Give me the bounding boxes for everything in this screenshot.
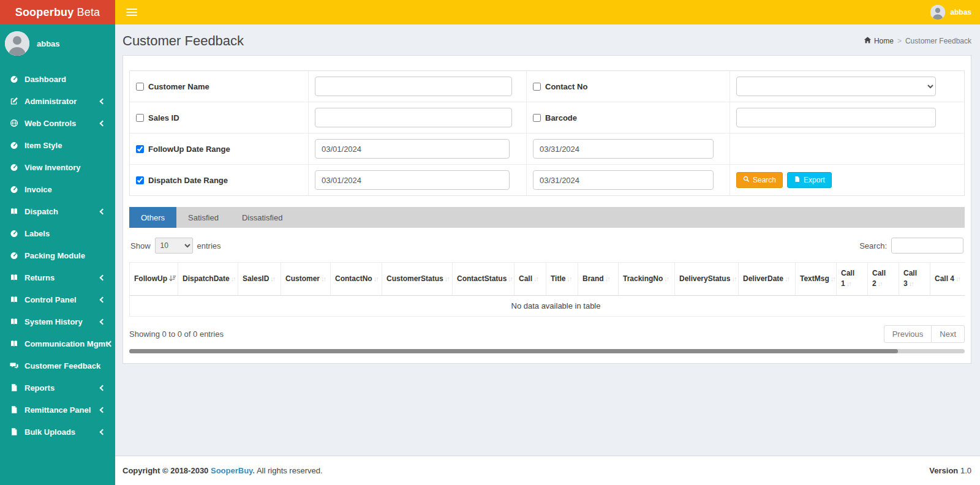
export-button[interactable]: Export — [787, 172, 832, 188]
customer-name-checkbox[interactable] — [136, 83, 144, 91]
horizontal-scrollbar[interactable] — [129, 349, 965, 353]
sidebar-item-control-panel[interactable]: Control Panel — [0, 288, 115, 310]
column-header-deliverystatus[interactable]: DeliveryStatus↓↑ — [675, 263, 739, 296]
book-icon — [9, 295, 19, 304]
column-header-call-3[interactable]: Call 3↓↑ — [899, 263, 930, 296]
sidebar-item-administrator[interactable]: Administrator — [0, 90, 115, 112]
sidebar-item-dispatch[interactable]: Dispatch — [0, 200, 115, 222]
column-header-customer[interactable]: Customer↓↑ — [281, 263, 331, 296]
app-logo[interactable]: Sooperbuy Beta — [0, 0, 115, 24]
sidebar-item-web-controls[interactable]: Web Controls — [0, 112, 115, 134]
brand-name: Sooperbuy — [15, 6, 74, 19]
sidebar-item-system-history[interactable]: System History — [0, 310, 115, 333]
scrollbar-thumb[interactable] — [129, 349, 898, 353]
entries-label: entries — [197, 241, 221, 250]
sales-id-checkbox[interactable] — [136, 114, 144, 122]
followup-date-from-input[interactable] — [315, 139, 510, 159]
column-header-dispatchdate[interactable]: DispatchDate↓↑ — [178, 263, 238, 296]
tachometer-icon — [9, 184, 19, 194]
contact-no-label: Contact No — [545, 82, 587, 91]
column-header-call-1[interactable]: Call 1↓↑ — [837, 263, 868, 296]
column-header-call[interactable]: Call↓↑ — [514, 263, 546, 296]
tachometer-icon — [9, 162, 19, 172]
sidebar-item-label: Communication Mgmt — [24, 339, 108, 348]
column-header-brand[interactable]: Brand↓↑ — [578, 263, 619, 296]
sidebar-item-label: Web Controls — [24, 119, 100, 128]
table-search-input[interactable] — [891, 238, 963, 254]
followup-date-range-checkbox[interactable] — [136, 145, 144, 153]
show-label: Show — [130, 241, 151, 250]
barcode-input[interactable] — [736, 108, 936, 127]
barcode-checkbox[interactable] — [533, 114, 541, 122]
sidebar-item-packing-module[interactable]: Packing Module — [0, 244, 115, 266]
sidebar-item-label: Administrator — [24, 97, 100, 106]
tab-satisfied[interactable]: Satisfied — [176, 207, 230, 228]
column-header-trackingno[interactable]: TrackingNo↓↑ — [619, 263, 675, 296]
column-header-salesid[interactable]: SalesID↓↑ — [238, 263, 281, 296]
dispatch-date-range-checkbox[interactable] — [136, 176, 144, 184]
sidebar-item-customer-feedback[interactable]: Customer Feedback — [0, 355, 115, 377]
comments-icon — [9, 361, 19, 370]
file-icon — [9, 405, 19, 415]
sidebar-item-view-inventory[interactable]: View Inventory — [0, 156, 115, 178]
feedback-table: FollowUpDispatchDate↓↑SalesID↓↑Customer↓… — [129, 262, 965, 317]
sidebar-item-remittance-panel[interactable]: Remittance Panel — [0, 399, 115, 421]
sidebar-item-label: Remittance Panel — [24, 405, 100, 415]
column-header-customerstatus[interactable]: CustomerStatus↓↑ — [382, 263, 453, 296]
navbar-user-menu[interactable]: abbas — [930, 5, 971, 20]
sidebar-item-label: Customer Feedback — [24, 361, 107, 370]
customer-name-input[interactable] — [315, 77, 512, 96]
contact-no-checkbox[interactable] — [533, 83, 541, 91]
sidebar-item-labels[interactable]: Labels — [0, 222, 115, 244]
sidebar-item-label: System History — [24, 317, 100, 326]
sidebar-item-label: Returns — [24, 273, 100, 282]
sidebar-item-item-style[interactable]: Item Style — [0, 134, 115, 156]
filter-panel: Customer Name Contact No Sales ID — [129, 70, 965, 196]
footer-brand-link[interactable]: SooperBuy. — [211, 466, 255, 475]
sidebar-item-communication-mgmt[interactable]: Communication Mgmt — [0, 333, 115, 355]
column-header-contactstatus[interactable]: ContactStatus↓↑ — [453, 263, 514, 296]
chevron-left-icon — [100, 407, 106, 413]
page-size-select[interactable]: 10 — [155, 238, 193, 254]
book-icon — [9, 206, 19, 216]
top-navbar: abbas — [115, 0, 980, 24]
sort-desc-icon — [168, 275, 176, 282]
home-icon — [864, 36, 872, 46]
table-empty-row: No data available in table — [130, 295, 965, 316]
dispatch-date-from-input[interactable] — [315, 170, 510, 190]
chevron-left-icon — [100, 429, 106, 435]
sidebar-item-invoice[interactable]: Invoice — [0, 178, 115, 200]
sort-icon: ↓↑ — [878, 280, 882, 287]
sidebar-item-reports[interactable]: Reports — [0, 377, 115, 399]
breadcrumb-home[interactable]: Home — [864, 36, 894, 46]
tachometer-icon — [9, 74, 19, 84]
sidebar-item-bulk-uploads[interactable]: Bulk Uploads — [0, 421, 115, 443]
sidebar-item-label: Packing Module — [24, 251, 107, 260]
sidebar-user-name: abbas — [37, 39, 60, 48]
sidebar-item-dashboard[interactable]: Dashboard — [0, 68, 115, 90]
sidebar-item-label: Invoice — [24, 185, 107, 194]
column-header-contactno[interactable]: ContactNo↓↑ — [331, 263, 382, 296]
book-icon — [9, 273, 19, 282]
column-header-followup[interactable]: FollowUp — [130, 263, 178, 296]
page-title: Customer Feedback — [123, 33, 244, 49]
column-header-title[interactable]: Title↓↑ — [546, 263, 578, 296]
search-button[interactable]: Search — [736, 172, 783, 188]
sales-id-input[interactable] — [315, 108, 512, 127]
contact-no-select[interactable] — [736, 77, 936, 96]
tab-others[interactable]: Others — [129, 207, 176, 228]
followup-date-to-input[interactable] — [533, 139, 714, 159]
sidebar-user-panel[interactable]: abbas — [0, 24, 115, 64]
sidebar-toggle-hamburger-icon[interactable] — [121, 3, 142, 21]
column-header-call-4[interactable]: Call 4↓↑ — [930, 263, 965, 296]
column-header-textmsg[interactable]: TextMsg↓↑ — [796, 263, 837, 296]
column-header-call-2[interactable]: Call 2↓↑ — [868, 263, 899, 296]
column-header-deliverdate[interactable]: DeliverDate↓↑ — [739, 263, 796, 296]
sidebar-item-returns[interactable]: Returns — [0, 266, 115, 288]
dispatch-date-to-input[interactable] — [533, 170, 714, 190]
previous-page-button[interactable]: Previous — [884, 325, 932, 343]
next-page-button[interactable]: Next — [932, 325, 965, 343]
sort-icon: ↓↑ — [605, 275, 609, 282]
tab-dissatisfied[interactable]: Dissatisfied — [230, 207, 294, 228]
chevron-left-icon — [100, 296, 106, 303]
